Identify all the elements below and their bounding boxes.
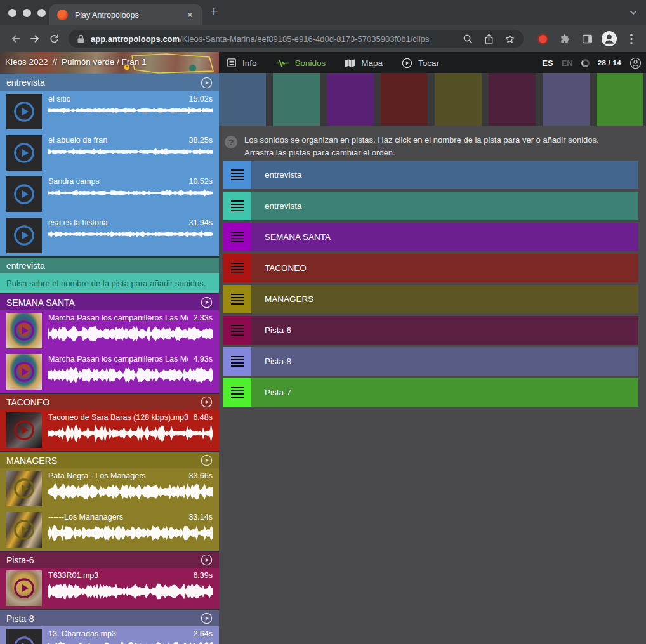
play-track-icon[interactable]: [201, 396, 213, 408]
close-window-icon[interactable]: [8, 9, 16, 17]
track-row[interactable]: Pista-6: [223, 316, 638, 345]
clip[interactable]: 13. Charradas.mp32.64s: [0, 626, 219, 644]
track-color-swatch[interactable]: [597, 73, 643, 126]
clip[interactable]: Marcha Pasan los campanilleros Las Mejor…: [0, 352, 219, 393]
track-header[interactable]: entrevista: [0, 258, 219, 273]
nav-sonidos[interactable]: Sonidos: [276, 58, 326, 68]
clip[interactable]: el abuelo de fran38.25s: [0, 133, 219, 174]
zoom-icon[interactable]: [463, 34, 473, 44]
track-row-label[interactable]: entrevista: [251, 192, 302, 220]
drag-handle-icon[interactable]: [223, 223, 251, 251]
tab-search-chevron-icon[interactable]: [629, 8, 638, 20]
clip-thumbnail[interactable]: [6, 135, 42, 171]
browser-menu-icon[interactable]: [623, 34, 640, 44]
extensions-puzzle-icon[interactable]: [557, 33, 573, 44]
clip[interactable]: Pata Negra - Los Managers33.66s: [0, 468, 219, 509]
drag-handle-icon[interactable]: [223, 378, 251, 407]
play-track-icon[interactable]: [201, 612, 213, 624]
track-row[interactable]: MANAGERS: [223, 285, 638, 313]
track-name[interactable]: MANAGERS: [6, 456, 57, 466]
track-name[interactable]: TACONEO: [6, 397, 49, 407]
track-header[interactable]: entrevista: [0, 74, 219, 91]
clip-thumbnail[interactable]: [6, 94, 42, 129]
track-header[interactable]: SEMANA SANTA: [0, 294, 219, 310]
track-name[interactable]: SEMANA SANTA: [6, 298, 75, 308]
play-clip-icon[interactable]: [13, 635, 36, 644]
clip-thumbnail[interactable]: [6, 313, 42, 348]
track-color-swatch[interactable]: [489, 73, 536, 126]
clip-thumbnail[interactable]: [6, 354, 42, 390]
clip-thumbnail[interactable]: [6, 570, 42, 606]
clip[interactable]: Taconeo de Sara Baras (128 kbps).mp36.48…: [0, 410, 219, 451]
project-map-banner[interactable]: Kleos 2022//Pulmón verde / Fran 1: [0, 52, 219, 74]
breadcrumb-project[interactable]: Kleos 2022: [5, 57, 48, 67]
nav-mapa[interactable]: Mapa: [345, 58, 383, 68]
track-header[interactable]: Pista-8: [0, 610, 219, 626]
track-row[interactable]: TACONEO: [223, 254, 638, 282]
track-name[interactable]: Pista-8: [6, 614, 34, 624]
play-track-icon[interactable]: [201, 77, 213, 89]
nav-tocar[interactable]: Tocar: [402, 58, 439, 69]
minimize-window-icon[interactable]: [23, 9, 31, 17]
clip[interactable]: Sandra camps10.52s: [0, 174, 219, 215]
play-clip-icon[interactable]: [13, 419, 36, 442]
maximize-window-icon[interactable]: [37, 9, 46, 17]
clip[interactable]: ------Los Mananagers33.14s: [0, 509, 219, 551]
clip-thumbnail[interactable]: [6, 412, 42, 448]
new-tab-button[interactable]: +: [210, 4, 218, 19]
track-color-swatch[interactable]: [543, 73, 590, 126]
nav-info[interactable]: Info: [227, 58, 257, 68]
forward-icon[interactable]: [25, 29, 44, 48]
clip-thumbnail[interactable]: [6, 218, 42, 253]
profile-avatar-icon[interactable]: [601, 30, 617, 47]
track-row-label[interactable]: entrevista: [251, 161, 302, 189]
play-track-icon[interactable]: [201, 554, 213, 566]
share-icon[interactable]: [484, 34, 494, 44]
track-row-label[interactable]: Pista-6: [251, 316, 291, 345]
clip[interactable]: el sitio15.02s: [0, 91, 219, 133]
clip[interactable]: T633R01.mp36.39s: [0, 568, 219, 609]
play-track-icon[interactable]: [201, 454, 213, 466]
drag-handle-icon[interactable]: [223, 192, 251, 220]
reload-icon[interactable]: [44, 29, 63, 48]
lang-en[interactable]: EN: [562, 58, 573, 68]
tab-close-icon[interactable]: ×: [186, 10, 194, 20]
play-clip-icon[interactable]: [13, 319, 36, 342]
track-header[interactable]: Pista-6: [0, 552, 219, 568]
window-controls[interactable]: [8, 9, 46, 17]
lock-icon[interactable]: [77, 34, 85, 44]
clip-thumbnail[interactable]: [6, 471, 42, 506]
play-track-icon[interactable]: [201, 296, 213, 308]
play-clip-icon[interactable]: [13, 100, 36, 123]
track-name[interactable]: entrevista: [6, 77, 45, 88]
play-clip-icon[interactable]: [13, 360, 36, 383]
track-row[interactable]: Pista-7: [223, 378, 638, 407]
account-icon[interactable]: [630, 57, 642, 69]
track-row-label[interactable]: Pista-8: [251, 347, 291, 376]
track-color-swatch[interactable]: [273, 73, 320, 126]
track-row-label[interactable]: TACONEO: [251, 254, 307, 282]
track-color-swatch[interactable]: [435, 73, 482, 126]
clip-thumbnail[interactable]: [6, 512, 42, 548]
play-clip-icon[interactable]: [13, 518, 36, 541]
track-row-label[interactable]: SEMANA SANTA: [251, 223, 331, 251]
drag-handle-icon[interactable]: [223, 347, 251, 376]
track-name[interactable]: entrevista: [6, 261, 45, 271]
back-icon[interactable]: [6, 29, 25, 48]
drag-handle-icon[interactable]: [223, 254, 251, 282]
play-clip-icon[interactable]: [13, 183, 36, 206]
play-clip-icon[interactable]: [13, 224, 36, 247]
track-row[interactable]: Pista-8: [223, 347, 638, 376]
track-row-label[interactable]: Pista-7: [251, 378, 291, 407]
breadcrumb[interactable]: Kleos 2022//Pulmón verde / Fran 1: [5, 57, 147, 67]
browser-tab[interactable]: Play Antropoloops ×: [49, 4, 202, 25]
drag-handle-icon[interactable]: [223, 316, 251, 345]
track-row[interactable]: entrevista: [223, 192, 638, 220]
track-name[interactable]: Pista-6: [6, 555, 34, 565]
clip[interactable]: esa es la historia31.94s: [0, 215, 219, 256]
play-clip-icon[interactable]: [13, 141, 36, 164]
lang-es[interactable]: ES: [542, 58, 553, 68]
play-clip-icon[interactable]: [13, 477, 36, 500]
play-clip-icon[interactable]: [13, 577, 36, 600]
record-icon[interactable]: [534, 35, 551, 43]
